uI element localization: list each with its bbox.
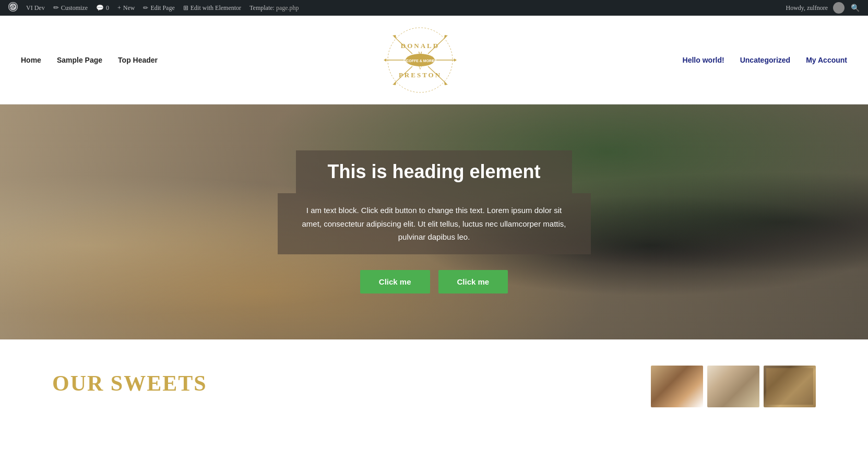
hero-section: This is heading element I am text block.… <box>0 104 868 339</box>
comments-count: 0 <box>106 4 109 12</box>
template-label: Template: page.php <box>245 4 303 12</box>
site-header: Home Sample Page Top Header <box>0 16 868 104</box>
wordpress-logo[interactable] <box>4 0 22 16</box>
comments-icon: 💬 <box>96 4 104 12</box>
nav-top-header[interactable]: Top Header <box>118 56 158 64</box>
hero-heading: This is heading element <box>327 161 540 183</box>
howdy-text: Howdy, zulfnore <box>786 4 831 12</box>
click-me-button-2[interactable]: Click me <box>438 270 508 293</box>
svg-marker-6 <box>393 35 396 38</box>
wordpress-icon <box>8 2 18 14</box>
svg-marker-8 <box>444 35 448 38</box>
customize-icon: ✏ <box>53 4 59 12</box>
edit-elementor-label: Edit with Elementor <box>191 4 241 12</box>
our-sweets-title: OUR SWEETS <box>10 360 207 396</box>
site-name-label: VI Dev <box>26 4 45 12</box>
edit-elementor-item[interactable]: ⊞ Edit with Elementor <box>179 0 245 16</box>
nav-home[interactable]: Home <box>21 56 41 64</box>
nav-sample-page[interactable]: Sample Page <box>57 56 102 64</box>
sweet-image-2 <box>707 366 759 407</box>
nav-left: Home Sample Page Top Header <box>21 56 158 64</box>
avatar <box>833 2 845 14</box>
svg-text:DONALD: DONALD <box>401 42 439 50</box>
sweet-image-1 <box>651 366 703 407</box>
search-icon[interactable]: 🔍 <box>847 4 864 13</box>
svg-marker-2 <box>384 58 386 62</box>
svg-text:M: M <box>418 51 422 56</box>
comments-item[interactable]: 💬 0 <box>92 0 113 16</box>
edit-page-label: Edit Page <box>150 4 174 12</box>
hero-text-box: I am text block. Click edit button to ch… <box>278 193 591 254</box>
nav-right: Hello world! Uncategorized My Account <box>683 56 847 64</box>
nav-my-account[interactable]: My Account <box>806 56 847 64</box>
below-hero-section: OUR SWEETS <box>0 339 868 444</box>
hero-heading-box: This is heading element <box>296 150 572 193</box>
svg-text:V: V <box>419 65 422 70</box>
hero-content: This is heading element I am text block.… <box>0 104 868 339</box>
new-label: New <box>123 4 135 12</box>
hero-buttons: Click me Click me <box>360 270 508 293</box>
customize-item[interactable]: ✏ Customize <box>49 0 92 16</box>
svg-text:06: 06 <box>433 59 437 63</box>
hero-text: I am text block. Click edit button to ch… <box>299 204 570 244</box>
new-item[interactable]: + New <box>113 0 139 16</box>
elementor-icon: ⊞ <box>183 4 188 12</box>
svg-marker-4 <box>454 58 457 62</box>
svg-text:ST: ST <box>403 59 408 63</box>
admin-bar: VI Dev ✏ Customize 💬 0 + New ✏ Edit Page… <box>0 0 868 16</box>
edit-page-item[interactable]: ✏ Edit Page <box>139 0 179 16</box>
svg-text:COFFE & MORE: COFFE & MORE <box>406 59 434 63</box>
svg-text:PRESTON: PRESTON <box>399 71 442 79</box>
svg-marker-10 <box>393 82 396 85</box>
logo-image: COFFE & MORE DONALD M ST 06 V PRESTON <box>384 24 457 97</box>
site-wrapper: Home Sample Page Top Header <box>0 16 868 444</box>
site-name-item[interactable]: VI Dev <box>22 0 49 16</box>
svg-marker-12 <box>444 82 448 85</box>
sweets-images <box>651 360 858 407</box>
site-logo: COFFE & MORE DONALD M ST 06 V PRESTON <box>384 24 457 97</box>
nav-uncategorized[interactable]: Uncategorized <box>740 56 790 64</box>
plus-icon: + <box>117 4 121 12</box>
sweet-image-3 <box>764 366 816 407</box>
nav-hello-world[interactable]: Hello world! <box>683 56 724 64</box>
click-me-button-1[interactable]: Click me <box>360 270 430 293</box>
edit-page-icon: ✏ <box>143 4 148 12</box>
customize-label: Customize <box>61 4 88 12</box>
admin-bar-right: Howdy, zulfnore 🔍 <box>786 2 864 14</box>
